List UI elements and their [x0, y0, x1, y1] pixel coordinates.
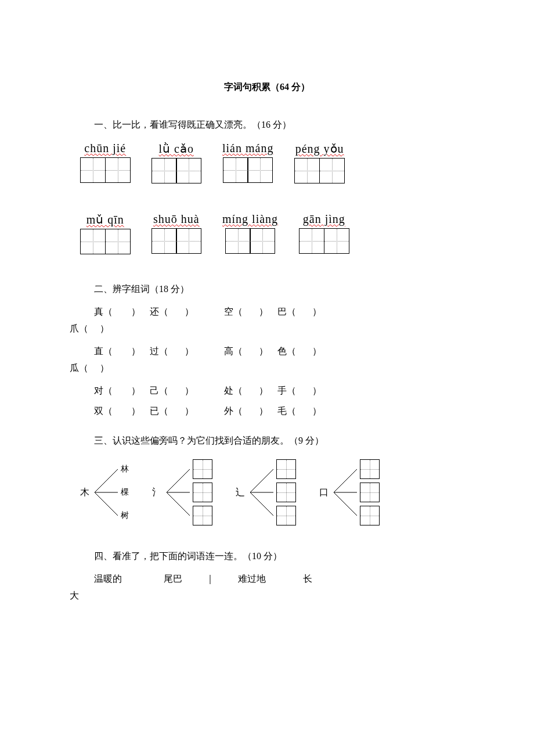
answer-boxes	[294, 158, 345, 183]
svg-line-6	[250, 469, 273, 492]
radical-group-walk: 辶	[236, 458, 296, 527]
q2-item: 爪（ ）	[70, 323, 109, 335]
pinyin-item: chūn jié	[80, 142, 131, 183]
answer-boxes	[80, 157, 131, 183]
match-wrap-text: 大	[70, 590, 79, 602]
radical-group-mouth: 口	[319, 458, 380, 527]
svg-line-9	[334, 469, 357, 492]
match-row: 温暖的 尾巴 ｜ 难过地 长	[94, 573, 464, 585]
page-title: 字词句积累（64 分）	[70, 81, 464, 93]
q2-item: 真（ ）	[94, 306, 140, 318]
section4-heading: 四、看准了，把下面的词语连一连。（10 分）	[94, 550, 464, 563]
pinyin-label: péng yǒu	[295, 142, 344, 156]
pinyin-row-2: mǔ qīn shuō huà míng liàng gān jìng	[80, 213, 464, 254]
q2-item: 外（ ）	[194, 405, 268, 417]
q2-row-wrap: 爪（ ）	[70, 323, 464, 335]
pinyin-item: míng liàng	[222, 213, 278, 254]
q2-item: 空（ ）	[194, 306, 268, 318]
pinyin-label: lián máng	[222, 142, 273, 155]
q2-item: 瓜（ ）	[70, 362, 109, 375]
q2-item: 色（ ）	[268, 345, 322, 358]
answer-box	[276, 506, 296, 525]
pinyin-label: lǜ cǎo	[159, 142, 194, 156]
match-right-b: 长	[266, 573, 312, 585]
q2-item: 手（ ）	[268, 385, 322, 397]
answer-boxes	[151, 228, 202, 254]
branch-icon	[331, 460, 360, 524]
q2-item: 处（ ）	[194, 385, 268, 397]
radical-char: 口	[319, 487, 329, 499]
answer-box	[193, 483, 212, 502]
pinyin-item: lǜ cǎo	[151, 142, 202, 183]
answer-boxes	[299, 228, 349, 254]
answer-box	[360, 506, 380, 525]
branch-icon	[164, 460, 193, 524]
example-char: 树	[121, 506, 129, 525]
pinyin-item: péng yǒu	[294, 142, 345, 183]
answer-box	[276, 459, 296, 479]
radical-char: 木	[80, 487, 89, 499]
q2-row-wrap: 瓜（ ）	[70, 362, 464, 375]
svg-line-2	[95, 492, 118, 516]
answer-boxes	[151, 158, 202, 183]
answer-box	[193, 459, 212, 479]
q2-item: 己（ ）	[140, 385, 194, 397]
q2-row: 对（ ） 己（ ） 处（ ） 手（ ）	[94, 385, 464, 397]
pinyin-label: míng liàng	[222, 213, 278, 226]
radical-group-mu: 木 林 棵 树	[80, 458, 129, 527]
radical-char: 辶	[236, 487, 245, 499]
pinyin-item: shuō huà	[151, 213, 202, 254]
q2-item: 直（ ）	[94, 345, 140, 358]
answer-box	[276, 483, 296, 502]
svg-line-8	[250, 492, 273, 516]
example-char: 林	[121, 459, 129, 479]
radical-group-water: 氵	[152, 458, 212, 527]
answer-boxes	[80, 229, 131, 254]
q2-item: 巴（ ）	[268, 306, 322, 318]
q2-item: 对（ ）	[94, 385, 140, 397]
svg-line-5	[167, 492, 190, 516]
svg-line-0	[95, 469, 118, 492]
pinyin-item: lián máng	[222, 142, 273, 183]
q2-item: 高（ ）	[194, 345, 268, 358]
svg-line-11	[334, 492, 357, 516]
section1-heading: 一、比一比，看谁写得既正确又漂亮。（16 分）	[94, 119, 464, 131]
branch-icon	[247, 460, 276, 524]
match-row-wrap: 大	[70, 590, 464, 602]
q2-item: 已（ ）	[140, 405, 194, 417]
match-left-a: 温暖的	[94, 573, 122, 585]
pinyin-row-1: chūn jié lǜ cǎo lián máng péng yǒu	[80, 142, 464, 183]
svg-line-3	[167, 469, 190, 492]
radical-row: 木 林 棵 树 氵 辶	[80, 458, 464, 527]
separator-icon: ｜	[205, 573, 215, 585]
answer-boxes	[225, 228, 276, 254]
section2-heading: 二、辨字组词（18 分）	[94, 283, 464, 296]
pinyin-label: mǔ qīn	[86, 213, 124, 226]
pinyin-label: gān jìng	[303, 213, 345, 226]
answer-box	[360, 483, 380, 502]
q2-item: 毛（ ）	[268, 405, 322, 417]
q2-item: 过（ ）	[140, 345, 194, 358]
match-right-a: 难过地	[238, 573, 266, 585]
radical-char: 氵	[152, 487, 161, 499]
q2-item: 还（ ）	[140, 306, 194, 318]
example-char: 棵	[121, 483, 129, 502]
q2-row: 直（ ） 过（ ） 高（ ） 色（ ）	[94, 345, 464, 358]
answer-box	[193, 506, 212, 525]
match-left-b: 尾巴	[122, 573, 182, 585]
answer-box	[360, 459, 380, 479]
pinyin-item: gān jìng	[299, 213, 349, 254]
pinyin-label: chūn jié	[84, 142, 126, 155]
pinyin-item: mǔ qīn	[80, 213, 131, 254]
pinyin-label: shuō huà	[153, 213, 200, 226]
answer-boxes	[223, 157, 273, 183]
q2-row: 双（ ） 已（ ） 外（ ） 毛（ ）	[94, 405, 464, 417]
q2-row: 真（ ） 还（ ） 空（ ） 巴（ ）	[94, 306, 464, 318]
branch-icon	[92, 460, 121, 524]
section3-heading: 三、认识这些偏旁吗？为它们找到合适的朋友。（9 分）	[94, 435, 464, 447]
q2-item: 双（ ）	[94, 405, 140, 417]
